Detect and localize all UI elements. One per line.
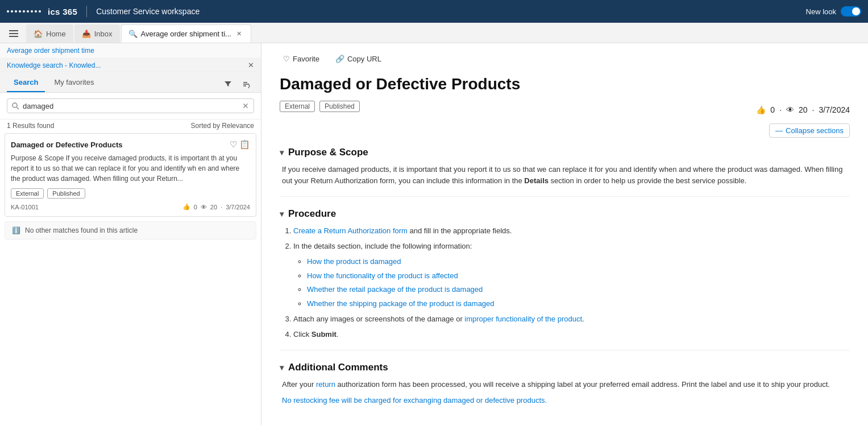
- section-divider-1: [280, 196, 850, 197]
- article-view-title: Damaged or Defective Products: [280, 75, 850, 94]
- section-procedure-title: Procedure: [288, 208, 336, 220]
- article-card[interactable]: Damaged or Defective Products ♡ 📋 Purpos…: [5, 133, 256, 217]
- section-procedure-header[interactable]: ▾ Procedure: [280, 208, 850, 220]
- article-excerpt: Purpose & Scope If you receive damaged p…: [11, 153, 250, 184]
- article-id: KA-01001: [11, 204, 39, 211]
- article-date: 3/7/2024: [226, 204, 250, 211]
- tab-inbox[interactable]: 📥 Inbox: [74, 24, 120, 43]
- article-likes: 0: [194, 204, 197, 211]
- results-count: 1 Results found: [7, 122, 54, 130]
- view-views-icon: 👁: [786, 105, 794, 114]
- sub-tab-search[interactable]: Search: [7, 73, 45, 92]
- search-clear-button[interactable]: ✕: [242, 101, 249, 110]
- article-views-icon: 👁: [201, 204, 207, 211]
- app-launcher-area: [7, 10, 41, 13]
- svg-point-6: [13, 103, 17, 108]
- article-separator: ·: [221, 204, 222, 211]
- link-icon: 🔗: [335, 55, 344, 63]
- copy-url-button[interactable]: 🔗 Copy URL: [332, 52, 385, 65]
- article-share-button[interactable]: 📋: [239, 139, 250, 150]
- tab-home[interactable]: 🏠 Home: [26, 24, 73, 43]
- knowledge-tab-label[interactable]: Knowledge search - Knowled...: [7, 61, 244, 69]
- no-match-box: ℹ️ No other matches found in this articl…: [5, 221, 256, 240]
- right-panel: ♡ Favorite 🔗 Copy URL Damaged or Defecti…: [261, 43, 868, 425]
- section-purpose-body: If you receive damaged products, it is i…: [280, 164, 850, 188]
- article-badges: External Published: [11, 188, 250, 199]
- search-box: ✕: [7, 98, 254, 113]
- app-launcher-icon[interactable]: [7, 10, 41, 13]
- svg-rect-2: [9, 36, 18, 37]
- search-input[interactable]: [23, 102, 239, 110]
- tab-close-button[interactable]: ✕: [235, 29, 244, 38]
- context-bar: Average order shipment time: [0, 43, 261, 59]
- section-purpose-title: Purpose & Scope: [288, 147, 368, 158]
- app-title: ics 365: [48, 7, 77, 16]
- tab-order-shipment[interactable]: 🔍 Average order shipment ti... ✕: [121, 24, 251, 43]
- sub-tab-favorites[interactable]: My favorites: [47, 73, 101, 92]
- favorite-button[interactable]: ♡ Favorite: [280, 52, 323, 65]
- section-additional-comments-body: After your return authorization form has…: [280, 379, 850, 407]
- section-additional-comments: ▾ Additional Comments After your return …: [280, 362, 850, 407]
- view-likes-icon: 👍: [756, 105, 766, 114]
- left-panel: Average order shipment time Knowledge se…: [0, 43, 261, 425]
- section-procedure: ▾ Procedure Create a Return Authorizatio…: [280, 208, 850, 350]
- copy-url-label: Copy URL: [347, 55, 381, 63]
- no-match-label: No other matches found in this article: [25, 226, 138, 234]
- tab-home-label: Home: [46, 30, 66, 38]
- sub-tab-actions: [220, 76, 254, 92]
- chevron-down-icon-3: ▾: [280, 363, 284, 372]
- sort-button[interactable]: [238, 76, 254, 92]
- article-toolbar: ♡ Favorite 🔗 Copy URL: [280, 52, 850, 65]
- badge-external: External: [11, 188, 44, 199]
- article-meta: KA-01001 👍 0 👁 20 · 3/7/2024: [11, 203, 250, 211]
- knowledge-tab-close[interactable]: ✕: [248, 61, 254, 69]
- favorite-label: Favorite: [293, 55, 319, 63]
- article-tags: External Published: [280, 101, 360, 112]
- additional-para-2: No restocking fee will be charged for ex…: [282, 395, 850, 407]
- tag-external: External: [280, 101, 315, 112]
- collapse-icon: —: [775, 126, 783, 135]
- heart-icon: ♡: [283, 55, 290, 63]
- new-look-toggle[interactable]: [841, 6, 861, 16]
- knowledge-tab-row: Knowledge search - Knowled... ✕: [0, 59, 261, 72]
- search-tab-icon: 🔍: [128, 30, 138, 38]
- article-views: 20: [210, 204, 217, 211]
- article-card-actions: ♡ 📋: [230, 139, 250, 150]
- return-auth-link[interactable]: Create a Return Authorization form: [293, 226, 408, 235]
- svg-rect-1: [9, 33, 18, 34]
- article-favorite-button[interactable]: ♡: [230, 139, 237, 150]
- badge-published: Published: [47, 188, 85, 199]
- svg-rect-0: [9, 30, 18, 31]
- section-additional-comments-header[interactable]: ▾ Additional Comments: [280, 362, 850, 373]
- view-likes: 0: [770, 105, 775, 114]
- sub-bullet-2: How the functionality of the product is …: [307, 270, 850, 282]
- search-icon: [12, 102, 19, 110]
- main-area: Average order shipment time Knowledge se…: [0, 43, 868, 425]
- sub-tab-search-label: Search: [14, 78, 38, 86]
- procedure-step-4: Click Submit.: [293, 329, 850, 341]
- purpose-paragraph: If you receive damaged products, it is i…: [282, 164, 850, 188]
- sub-bullet-4: Whether the shipping package of the prod…: [307, 298, 850, 310]
- home-icon: 🏠: [34, 30, 43, 38]
- sub-bullet-1: How the product is damaged: [307, 256, 850, 268]
- breadcrumb-link[interactable]: Average order shipment time: [7, 47, 94, 55]
- top-bar-right: New look: [806, 6, 861, 16]
- procedure-step-3: Attach any images or screenshots of the …: [293, 313, 850, 325]
- article-card-title: Damaged or Defective Products: [11, 141, 123, 149]
- section-divider-2: [280, 350, 850, 350]
- sub-tab-bar: Search My favorites: [0, 72, 261, 93]
- section-purpose-header[interactable]: ▾ Purpose & Scope: [280, 147, 850, 158]
- procedure-step-1: Create a Return Authorization form and f…: [293, 225, 850, 237]
- view-views: 20: [799, 105, 808, 114]
- section-purpose: ▾ Purpose & Scope If you receive damaged…: [280, 147, 850, 197]
- tab-order-shipment-label: Average order shipment ti...: [141, 30, 231, 38]
- svg-line-7: [17, 107, 19, 109]
- chevron-down-icon: ▾: [280, 148, 284, 157]
- tag-published: Published: [319, 101, 360, 112]
- collapse-sections-button[interactable]: — Collapse sections: [769, 123, 850, 138]
- hamburger-button[interactable]: [5, 24, 23, 43]
- search-area: ✕: [0, 93, 261, 119]
- new-look-label: New look: [806, 7, 836, 16]
- filter-button[interactable]: [220, 76, 236, 92]
- article-likes-icon: 👍: [182, 203, 190, 211]
